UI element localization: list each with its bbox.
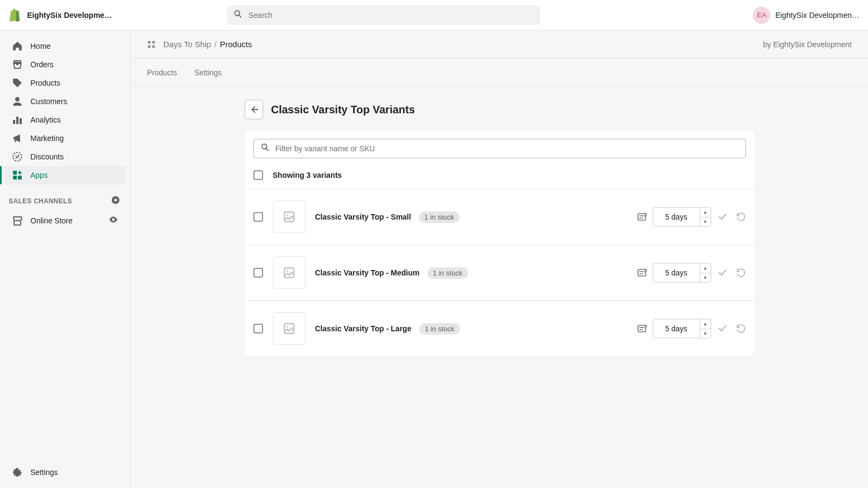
tab-settings[interactable]: Settings xyxy=(194,68,222,77)
undo-icon[interactable] xyxy=(734,211,746,222)
variant-name: Classic Varsity Top - Medium xyxy=(315,268,420,277)
variant-name: Classic Varsity Top - Large xyxy=(315,324,412,333)
sidebar-item-apps[interactable]: Apps xyxy=(4,166,126,184)
decrement-button[interactable]: ▼ xyxy=(700,329,711,338)
sidebar-item-label: Home xyxy=(30,42,50,50)
search-icon xyxy=(233,9,243,21)
svg-rect-13 xyxy=(148,45,151,48)
row-checkbox[interactable] xyxy=(253,212,263,222)
note-icon[interactable] xyxy=(636,323,647,334)
sidebar-item-label: Analytics xyxy=(30,115,61,124)
app-block-icon xyxy=(147,40,156,49)
variant-row: Classic Varsity Top - Large 1 in stock 5… xyxy=(245,300,755,356)
sidebar-channel-online-store[interactable]: Online Store xyxy=(4,211,126,230)
sidebar-item-home[interactable]: Home xyxy=(4,37,126,55)
variant-filter[interactable] xyxy=(253,139,746,158)
svg-point-19 xyxy=(286,270,288,272)
variant-filter-input[interactable] xyxy=(276,144,739,153)
channel-label: Online Store xyxy=(30,216,73,225)
row-checkbox[interactable] xyxy=(253,268,263,278)
breadcrumb-current: Products xyxy=(220,40,252,49)
stock-badge: 1 in stock xyxy=(419,323,460,335)
note-icon[interactable] xyxy=(636,211,647,222)
svg-rect-1 xyxy=(13,120,15,124)
confirm-icon[interactable] xyxy=(717,267,729,278)
sales-channels-heading: SALES CHANNELS xyxy=(0,184,130,211)
account-name[interactable]: EightySix Developmen… xyxy=(775,11,859,20)
increment-button[interactable]: ▲ xyxy=(700,208,711,217)
svg-rect-12 xyxy=(152,41,155,43)
sidebar-item-customers[interactable]: Customers xyxy=(4,92,126,111)
decrement-button[interactable]: ▼ xyxy=(700,273,711,282)
search-input[interactable] xyxy=(248,11,534,20)
orders-icon xyxy=(12,59,23,70)
store-name[interactable]: EightySix Development… xyxy=(27,11,114,20)
image-placeholder-icon xyxy=(283,267,295,279)
days-value: 5 days xyxy=(653,324,700,333)
svg-rect-11 xyxy=(148,41,151,43)
image-placeholder-icon xyxy=(283,323,295,335)
days-field[interactable]: 5 days ▲ ▼ xyxy=(653,319,711,338)
main: Days To Ship / Products by EightySix Dev… xyxy=(130,30,868,488)
sidebar: Home Orders Products Customers Analytics… xyxy=(0,30,130,488)
row-checkbox[interactable] xyxy=(253,324,263,333)
svg-point-16 xyxy=(286,214,288,216)
topbar: EightySix Development… EA EightySix Deve… xyxy=(0,0,868,30)
back-button[interactable] xyxy=(245,100,263,119)
sidebar-item-label: Customers xyxy=(30,97,67,106)
days-value: 5 days xyxy=(653,213,700,221)
app-tabs: Products Settings xyxy=(130,59,868,87)
svg-point-22 xyxy=(286,326,288,328)
store-icon xyxy=(12,215,23,226)
svg-rect-3 xyxy=(20,118,22,124)
days-field[interactable]: 5 days ▲ ▼ xyxy=(653,207,711,227)
sidebar-item-analytics[interactable]: Analytics xyxy=(4,111,126,129)
svg-rect-7 xyxy=(13,171,17,175)
sidebar-item-discounts[interactable]: Discounts xyxy=(4,147,126,166)
global-search[interactable] xyxy=(227,5,540,25)
analytics-icon xyxy=(12,114,23,125)
sidebar-item-label: Marketing xyxy=(30,134,63,143)
svg-rect-20 xyxy=(638,269,646,276)
select-all-checkbox[interactable] xyxy=(253,170,263,180)
days-field[interactable]: 5 days ▲ ▼ xyxy=(653,263,711,282)
search-icon xyxy=(260,143,270,155)
undo-icon[interactable] xyxy=(734,323,746,334)
svg-rect-23 xyxy=(638,325,646,332)
add-channel-button[interactable] xyxy=(111,195,120,207)
svg-rect-8 xyxy=(18,176,22,179)
increment-button[interactable]: ▲ xyxy=(700,264,711,273)
sidebar-item-products[interactable]: Products xyxy=(4,74,126,92)
breadcrumb-parent[interactable]: Days To Ship xyxy=(163,40,211,49)
svg-point-5 xyxy=(16,155,17,156)
svg-rect-9 xyxy=(13,176,17,179)
days-value: 5 days xyxy=(653,268,700,277)
tab-products[interactable]: Products xyxy=(147,68,177,77)
list-header: Showing 3 variants xyxy=(245,167,755,189)
increment-button[interactable]: ▲ xyxy=(700,319,711,329)
sidebar-item-label: Settings xyxy=(30,468,58,477)
discounts-icon xyxy=(12,151,23,162)
confirm-icon[interactable] xyxy=(717,323,729,334)
customers-icon xyxy=(12,96,23,107)
variant-name: Classic Varsity Top - Small xyxy=(315,213,411,221)
sidebar-item-marketing[interactable]: Marketing xyxy=(4,129,126,147)
marketing-icon xyxy=(12,133,23,144)
section-title: SALES CHANNELS xyxy=(9,197,72,205)
avatar[interactable]: EA xyxy=(753,7,770,24)
breadcrumb-separator: / xyxy=(211,40,220,49)
confirm-icon[interactable] xyxy=(717,211,729,222)
stock-badge: 1 in stock xyxy=(427,267,468,279)
sidebar-item-label: Apps xyxy=(30,171,48,179)
products-icon xyxy=(12,78,23,88)
sidebar-item-orders[interactable]: Orders xyxy=(4,55,126,74)
svg-rect-14 xyxy=(152,45,155,48)
variant-row: Classic Varsity Top - Small 1 in stock 5… xyxy=(245,189,755,245)
undo-icon[interactable] xyxy=(734,267,746,278)
eye-icon[interactable] xyxy=(108,215,118,226)
note-icon[interactable] xyxy=(636,267,647,278)
sidebar-item-settings[interactable]: Settings xyxy=(4,463,126,481)
decrement-button[interactable]: ▼ xyxy=(700,217,711,226)
app-byline: by EightySix Development xyxy=(763,40,852,49)
gear-icon xyxy=(12,467,23,478)
